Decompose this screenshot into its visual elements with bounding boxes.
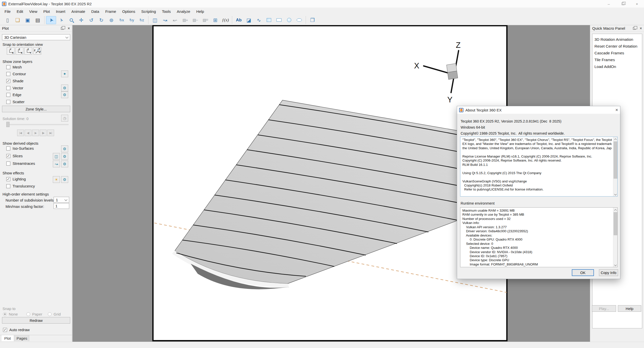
license-scrollbar[interactable] bbox=[613, 137, 617, 196]
runtime-textbox[interactable]: Maximum usable RAM = 32691 MB RAM curren… bbox=[460, 207, 618, 267]
menu-animate[interactable]: Animate bbox=[68, 8, 88, 15]
zoom-tool-icon[interactable] bbox=[66, 16, 76, 24]
restore-button[interactable] bbox=[616, 0, 630, 8]
menu-help[interactable]: Help bbox=[193, 8, 207, 15]
subdivision-dropdown[interactable]: 1 bbox=[54, 197, 69, 203]
scrollbar-thumb[interactable] bbox=[614, 212, 617, 235]
zone-badge-icon[interactable]: ▧¹² bbox=[200, 16, 210, 24]
copy-info-button[interactable]: Copy Info bbox=[599, 269, 618, 276]
add-zone-icon[interactable]: ▧+ bbox=[180, 16, 190, 24]
contour-checkbox[interactable] bbox=[6, 72, 10, 76]
slice-tool-icon[interactable]: ◫ bbox=[150, 16, 160, 24]
scroll-up-icon[interactable] bbox=[613, 137, 618, 141]
scatter-checkbox-row[interactable]: Scatter bbox=[6, 100, 25, 104]
play-macro-button[interactable]: Play... bbox=[592, 305, 616, 312]
polyline-tool-icon[interactable]: ∿ bbox=[254, 16, 264, 24]
translucency-checkbox-row[interactable]: Translucency bbox=[6, 184, 35, 188]
slices-checkbox[interactable]: ✓ bbox=[6, 154, 10, 158]
new-file-icon[interactable]: ▯ bbox=[3, 16, 13, 24]
rotate-y-icon[interactable]: ↻y bbox=[127, 16, 137, 24]
menu-view[interactable]: View bbox=[26, 8, 40, 15]
lighting-checkbox[interactable]: ✓ bbox=[6, 177, 10, 181]
minmax-input[interactable]: 1 bbox=[54, 203, 69, 209]
subtract-zone-icon[interactable]: ▧− bbox=[190, 16, 200, 24]
solution-time-settings-button[interactable]: ◷ bbox=[61, 115, 68, 122]
close-panel-icon[interactable]: × bbox=[68, 26, 70, 30]
scroll-up-icon[interactable] bbox=[613, 208, 618, 212]
streamtraces-checkbox[interactable] bbox=[6, 162, 10, 166]
rectangle-tool-icon[interactable] bbox=[274, 16, 284, 24]
macro-item-load-addon[interactable]: Load AddOn bbox=[592, 63, 642, 70]
frame-tool-icon[interactable]: ❐ bbox=[307, 16, 317, 24]
close-panel-icon[interactable]: × bbox=[640, 26, 642, 30]
translucency-checkbox[interactable] bbox=[6, 184, 10, 188]
orientation-iso-button[interactable]: X Z Y bbox=[33, 47, 41, 55]
streamtrace-tool-icon[interactable]: ↝ bbox=[160, 16, 170, 24]
plot-mode-dropdown[interactable]: 3D Cartesian bbox=[2, 34, 70, 40]
slices-details-button[interactable]: ⚙ bbox=[61, 153, 68, 160]
auto-redraw-checkbox[interactable]: ✓ bbox=[3, 328, 7, 332]
lighting-source-button[interactable]: ☀ bbox=[53, 176, 60, 183]
save-icon[interactable]: ▣ bbox=[23, 16, 33, 24]
probe-grid-icon[interactable]: ⊞ bbox=[210, 16, 220, 24]
scroll-down-icon[interactable] bbox=[613, 263, 618, 267]
dialog-close-icon[interactable]: × bbox=[615, 107, 618, 113]
slices-checkbox-row[interactable]: ✓Slices bbox=[6, 154, 23, 158]
scatter-checkbox[interactable] bbox=[6, 100, 10, 104]
play-button[interactable]: ▶ bbox=[32, 130, 39, 136]
snap-paper-radio[interactable] bbox=[26, 312, 30, 316]
function-icon[interactable]: ƒ(x) bbox=[220, 16, 230, 24]
ok-button[interactable]: OK bbox=[572, 269, 594, 276]
image-tool-icon[interactable]: ◪ bbox=[244, 16, 254, 24]
tab-plot[interactable]: Plot bbox=[1, 335, 14, 341]
solution-time-slider[interactable] bbox=[6, 124, 68, 125]
edge-checkbox[interactable] bbox=[6, 93, 10, 97]
last-frame-button[interactable]: ▶| bbox=[47, 130, 54, 136]
snap-none-radio-row[interactable]: None bbox=[3, 312, 18, 316]
rotate-sphere-icon[interactable]: ⊚ bbox=[106, 16, 116, 24]
menu-scripting[interactable]: Scripting bbox=[138, 8, 159, 15]
orientation-yx-button[interactable]: Y X bbox=[7, 47, 15, 55]
license-textbox[interactable]: "Tecplot", "Tecplot 360", "Tecplot 360 E… bbox=[460, 137, 618, 197]
menu-data[interactable]: Data bbox=[88, 8, 102, 15]
edge-details-button[interactable]: ⚙ bbox=[61, 91, 68, 98]
vector-details-button[interactable]: ⚙ bbox=[61, 85, 68, 91]
vector-checkbox[interactable] bbox=[6, 86, 10, 90]
next-frame-button[interactable]: |▶ bbox=[40, 130, 47, 136]
macro-item-3d-rotation[interactable]: 3D Rotation Animation bbox=[592, 36, 642, 43]
runtime-scrollbar[interactable] bbox=[613, 208, 617, 267]
menu-options[interactable]: Options bbox=[119, 8, 138, 15]
zone-style-button[interactable]: Zone Style... bbox=[2, 106, 70, 112]
iso-surfaces-checkbox[interactable] bbox=[6, 146, 10, 150]
menu-frame[interactable]: Frame bbox=[102, 8, 119, 15]
orientation-zx-button[interactable]: Z X bbox=[16, 47, 23, 55]
adjust-tool-icon[interactable]: ➢ bbox=[56, 16, 66, 24]
vector-checkbox-row[interactable]: Vector bbox=[6, 86, 23, 90]
auto-redraw-row[interactable]: ✓ Auto redraw bbox=[3, 328, 30, 332]
float-panel-icon[interactable] bbox=[61, 27, 64, 30]
ellipse-tool-icon[interactable] bbox=[294, 16, 304, 24]
menu-tools[interactable]: Tools bbox=[159, 8, 174, 15]
lighting-details-button[interactable]: ⚙ bbox=[61, 176, 68, 183]
print-icon[interactable]: ▤ bbox=[33, 16, 43, 24]
close-button[interactable]: × bbox=[630, 0, 644, 8]
snap-grid-radio-row[interactable]: Grid bbox=[48, 312, 61, 316]
snap-none-radio[interactable] bbox=[3, 312, 7, 316]
macro-item-tile-frames[interactable]: Tile Frames bbox=[592, 56, 642, 63]
scrollbar-thumb[interactable] bbox=[614, 141, 617, 179]
rotate-rollerball-icon[interactable]: ↺ bbox=[86, 16, 96, 24]
square-tool-icon[interactable] bbox=[264, 16, 274, 24]
first-frame-button[interactable]: |◀ bbox=[17, 130, 24, 136]
menu-insert[interactable]: Insert bbox=[53, 8, 68, 15]
circle-tool-icon[interactable] bbox=[284, 16, 294, 24]
slice-placement-button[interactable]: ◫ bbox=[53, 153, 60, 160]
iso-surfaces-checkbox-row[interactable]: Iso-Surfaces bbox=[6, 146, 34, 150]
mesh-checkbox-row[interactable]: Mesh bbox=[6, 65, 22, 69]
minimize-button[interactable]: – bbox=[602, 0, 616, 8]
menu-edit[interactable]: Edit bbox=[14, 8, 26, 15]
float-panel-icon[interactable] bbox=[633, 27, 636, 30]
menu-plot[interactable]: Plot bbox=[40, 8, 53, 15]
scroll-down-icon[interactable] bbox=[613, 192, 618, 196]
previous-frame-button[interactable]: ◀| bbox=[25, 130, 31, 136]
snap-grid-radio[interactable] bbox=[48, 312, 52, 316]
